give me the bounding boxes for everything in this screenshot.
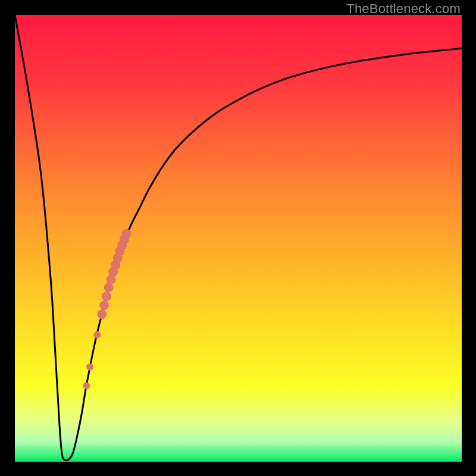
plot-area bbox=[15, 15, 462, 462]
watermark-text: TheBottleneck.com bbox=[346, 1, 461, 17]
gradient-background bbox=[15, 15, 462, 462]
marker-dot bbox=[122, 229, 131, 239]
marker-dot bbox=[104, 283, 114, 292]
chart-canvas bbox=[15, 15, 462, 462]
marker-dot bbox=[97, 309, 107, 319]
marker-dot bbox=[99, 300, 109, 310]
marker-dot bbox=[83, 382, 90, 389]
marker-dot bbox=[93, 331, 101, 339]
chart-frame: TheBottleneck.com bbox=[0, 0, 476, 476]
marker-dot bbox=[102, 292, 111, 301]
marker-dot bbox=[86, 364, 93, 371]
